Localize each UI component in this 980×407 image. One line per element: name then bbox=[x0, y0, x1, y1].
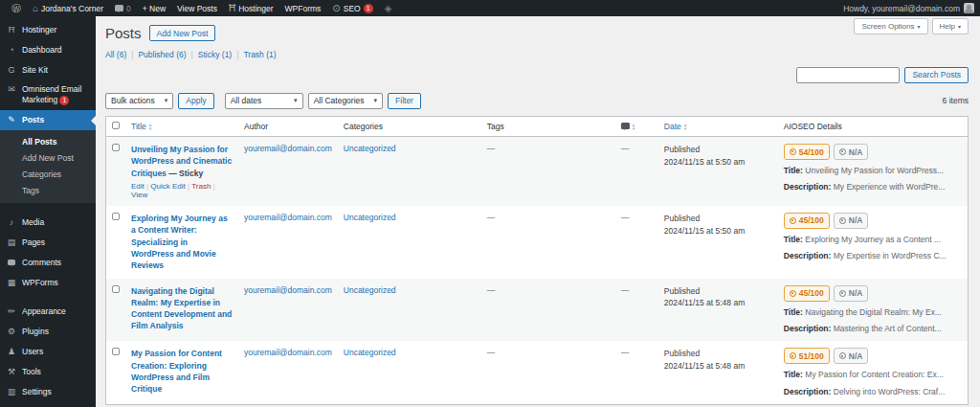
dashboard-icon: ◔ bbox=[7, 45, 16, 56]
sidebar-item-pages[interactable]: ▤ Pages bbox=[0, 233, 96, 253]
sidebar-item-appearance[interactable]: ✏ Appearance bbox=[0, 302, 96, 322]
admin-sidebar: Ħ Hostinger ◔ Dashboard G Site Kit ✉ Omn… bbox=[0, 16, 96, 407]
column-header-categories: Categories bbox=[338, 117, 481, 137]
comment-bubble-icon bbox=[7, 258, 16, 268]
omnisend-notification-badge: 1 bbox=[59, 96, 69, 105]
post-title-link[interactable]: Exploring My Journey as a Content Writer… bbox=[131, 214, 228, 270]
sidebar-item-site-kit[interactable]: G Site Kit bbox=[0, 60, 96, 80]
sidebar-item-tools[interactable]: ⚒ Tools bbox=[0, 362, 96, 382]
seo-menu[interactable]: ⊙ SEO 1 bbox=[326, 4, 378, 13]
search-posts-input[interactable] bbox=[796, 67, 900, 83]
diamond-menu[interactable]: ◈ bbox=[379, 4, 398, 13]
seo-na-badge[interactable]: N/A bbox=[834, 285, 869, 302]
sidebar-item-wpforms[interactable]: ▦ WPForms bbox=[0, 273, 96, 293]
new-label: + New bbox=[143, 4, 166, 13]
edit-link[interactable]: Edit bbox=[131, 182, 145, 191]
sidebar-item-hostinger[interactable]: Ħ Hostinger bbox=[0, 20, 96, 40]
comment-bubble-icon bbox=[115, 5, 123, 11]
category-link[interactable]: Uncategorized bbox=[344, 144, 396, 153]
page-title: Posts bbox=[105, 25, 142, 41]
filter-all-link[interactable]: All (6) bbox=[105, 50, 126, 59]
seo-label: SEO bbox=[344, 4, 361, 13]
column-header-aioseo: AIOSEO Details bbox=[778, 117, 969, 137]
sidebar-item-media[interactable]: ♪ Media bbox=[0, 213, 96, 233]
author-link[interactable]: youremail@domain.com bbox=[244, 285, 332, 295]
author-link[interactable]: youremail@domain.com bbox=[244, 213, 332, 222]
table-row: My Passion for Content Creation: Explori… bbox=[106, 341, 969, 404]
view-posts-menu[interactable]: View Posts bbox=[171, 4, 223, 13]
date-cell: Published 2024/11/15 at 5:50 am bbox=[658, 206, 778, 279]
sidebar-item-dashboard[interactable]: ◔ Dashboard bbox=[0, 40, 96, 60]
howdy-label[interactable]: Howdy, youremail@domain.com bbox=[843, 4, 960, 13]
category-link[interactable]: Uncategorized bbox=[344, 348, 396, 357]
column-header-comments[interactable]: ▴▾ bbox=[615, 117, 658, 137]
filter-sticky-link[interactable]: Sticky (1) bbox=[198, 50, 232, 59]
chevron-down-icon: ▾ bbox=[374, 97, 378, 104]
table-row: Exploring My Journey as a Content Writer… bbox=[106, 206, 969, 279]
plug-icon: ⚙ bbox=[7, 327, 16, 337]
screen-options-button[interactable]: Screen Options ▾ bbox=[854, 18, 927, 34]
submenu-item-tags[interactable]: Tags bbox=[0, 182, 96, 198]
dates-filter-select[interactable]: All dates ▾ bbox=[225, 93, 303, 109]
filter-published-link[interactable]: Published (6) bbox=[138, 50, 186, 59]
seo-score-badge[interactable]: 51/100 bbox=[784, 348, 830, 364]
posts-submenu: All Posts Add New Post Categories Tags bbox=[0, 130, 96, 203]
hostinger-icon: Ħ bbox=[229, 4, 235, 13]
sidebar-item-comments[interactable]: Comments bbox=[0, 253, 96, 273]
wordpress-logo-menu[interactable]: Ⓦ bbox=[6, 4, 27, 13]
wpforms-menu[interactable]: WPForms bbox=[279, 4, 327, 13]
sidebar-item-plugins[interactable]: ⚙ Plugins bbox=[0, 322, 96, 342]
trash-link[interactable]: Trash bbox=[191, 182, 211, 191]
seo-description-value: My Experience with WordPre... bbox=[834, 182, 946, 192]
sidebar-item-users[interactable]: ♟ Users bbox=[0, 342, 96, 362]
quick-edit-link[interactable]: Quick Edit bbox=[150, 182, 185, 191]
seo-score-badge[interactable]: 45/100 bbox=[784, 285, 830, 302]
sidebar-item-settings[interactable]: ▥ Settings bbox=[0, 382, 96, 402]
comments-menu[interactable]: 0 bbox=[109, 4, 137, 13]
author-link[interactable]: youremail@domain.com bbox=[244, 348, 332, 357]
post-title-link[interactable]: Navigating the Digital Realm: My Experti… bbox=[131, 286, 232, 331]
filter-button[interactable]: Filter bbox=[388, 93, 421, 109]
add-new-post-button[interactable]: Add New Post bbox=[149, 25, 216, 41]
view-posts-label: View Posts bbox=[177, 4, 217, 13]
help-button[interactable]: Help ▾ bbox=[932, 18, 969, 34]
submenu-item-all-posts[interactable]: All Posts bbox=[0, 133, 96, 149]
author-link[interactable]: youremail@domain.com bbox=[244, 144, 332, 153]
seo-na-badge[interactable]: N/A bbox=[834, 348, 869, 364]
category-link[interactable]: Uncategorized bbox=[344, 213, 396, 222]
sidebar-item-all-in-one-seo[interactable]: ⊙ All in One SEO bbox=[0, 401, 96, 407]
search-posts-button[interactable]: Search Posts bbox=[904, 67, 969, 83]
select-all-checkbox[interactable] bbox=[112, 122, 120, 129]
categories-filter-select[interactable]: All Categories ▾ bbox=[308, 93, 383, 109]
apply-button[interactable]: Apply bbox=[178, 93, 213, 109]
submenu-item-add-new-post[interactable]: Add New Post bbox=[0, 149, 96, 166]
post-title-link[interactable]: My Passion for Content Creation: Explori… bbox=[131, 349, 222, 394]
sidebar-item-posts[interactable]: ✎ Posts bbox=[0, 110, 96, 130]
row-checkbox[interactable] bbox=[112, 213, 120, 220]
filter-trash-link[interactable]: Trash (1) bbox=[243, 50, 276, 59]
gauge-icon bbox=[790, 217, 796, 224]
row-checkbox[interactable] bbox=[112, 285, 120, 293]
seo-notification-badge: 1 bbox=[364, 4, 373, 13]
google-icon: G bbox=[7, 65, 16, 76]
column-header-title[interactable]: Title▴▾ bbox=[125, 117, 238, 137]
sidebar-item-omnisend[interactable]: ✉ Omnisend Email Marketing1 bbox=[0, 79, 96, 110]
submenu-item-categories[interactable]: Categories bbox=[0, 166, 96, 182]
hostinger-menu[interactable]: Ħ Hostinger bbox=[223, 4, 279, 13]
bulk-actions-select[interactable]: Bulk actions ▾ bbox=[105, 93, 173, 109]
seo-score-badge[interactable]: 45/100 bbox=[784, 213, 830, 229]
new-menu[interactable]: + New bbox=[137, 4, 171, 13]
row-checkbox[interactable] bbox=[112, 144, 120, 151]
seo-na-badge[interactable]: N/A bbox=[834, 213, 869, 229]
row-checkbox[interactable] bbox=[112, 348, 120, 355]
category-link[interactable]: Uncategorized bbox=[344, 285, 396, 295]
seo-na-badge[interactable]: N/A bbox=[834, 144, 869, 160]
column-header-date[interactable]: Date▴▾ bbox=[658, 117, 778, 137]
view-link[interactable]: View bbox=[131, 191, 147, 199]
table-row: Unveiling My Passion for WordPress and C… bbox=[106, 137, 969, 206]
seo-score-badge[interactable]: 54/100 bbox=[784, 144, 830, 160]
site-name-menu[interactable]: ⌂ Jordana's Corner bbox=[27, 4, 109, 13]
user-avatar[interactable] bbox=[964, 3, 974, 13]
post-title-link[interactable]: Unveiling My Passion for WordPress and C… bbox=[131, 145, 232, 178]
admin-bar: Ⓦ ⌂ Jordana's Corner 0 + New View Posts … bbox=[0, 0, 980, 16]
